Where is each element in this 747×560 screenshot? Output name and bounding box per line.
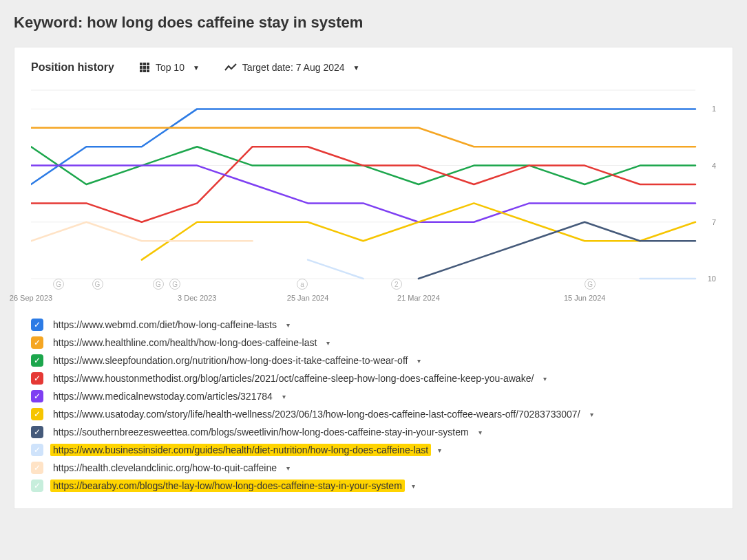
legend-item-clevelandclinic[interactable]: ✓https://health.clevelandclinic.org/how-… bbox=[31, 462, 716, 474]
legend-item-healthline[interactable]: ✓https://www.healthline.com/health/how-l… bbox=[31, 336, 716, 349]
legend-item-houstonmethodist[interactable]: ✓https://www.houstonmethodist.org/blog/a… bbox=[31, 372, 716, 385]
event-marker[interactable]: G bbox=[585, 279, 596, 290]
legend-checkbox[interactable]: ✓ bbox=[31, 390, 43, 402]
legend-url: https://www.houstonmethodist.org/blog/ar… bbox=[50, 372, 536, 385]
legend-checkbox[interactable]: ✓ bbox=[31, 336, 43, 349]
position-history-card: Position history Top 10 ▼ Target date: 7… bbox=[14, 47, 733, 509]
legend-item-webmd[interactable]: ✓https://www.webmd.com/diet/how-long-caf… bbox=[31, 319, 716, 331]
legend-item-bearaby[interactable]: ✓https://bearaby.com/blogs/the-lay-low/h… bbox=[31, 480, 716, 492]
event-markers: GGGGa2G bbox=[31, 279, 695, 292]
event-marker[interactable]: G bbox=[169, 279, 180, 290]
position-history-chart: 14710 GGGGa2G 26 Sep 20233 Dec 202325 Ja… bbox=[31, 86, 716, 306]
top-n-dropdown[interactable]: Top 10 ▼ bbox=[139, 62, 200, 73]
y-tick-label: 1 bbox=[712, 105, 716, 113]
svg-rect-3 bbox=[140, 66, 143, 69]
legend-checkbox[interactable]: ✓ bbox=[31, 426, 43, 438]
chevron-down-icon[interactable]: ▾ bbox=[412, 482, 415, 490]
chevron-down-icon: ▼ bbox=[193, 64, 200, 72]
chevron-down-icon[interactable]: ▾ bbox=[286, 321, 290, 329]
svg-rect-0 bbox=[140, 63, 143, 65]
chevron-down-icon[interactable]: ▾ bbox=[478, 429, 482, 436]
legend-checkbox[interactable]: ✓ bbox=[31, 372, 43, 385]
chevron-down-icon[interactable]: ▾ bbox=[438, 446, 441, 454]
legend-item-businessinsider[interactable]: ✓https://www.businessinsider.com/guides/… bbox=[31, 444, 716, 456]
svg-rect-8 bbox=[147, 69, 149, 72]
chevron-down-icon[interactable]: ▾ bbox=[590, 411, 593, 418]
legend-item-sleepfoundation[interactable]: ✓https://www.sleepfoundation.org/nutriti… bbox=[31, 354, 716, 367]
legend: ✓https://www.webmd.com/diet/how-long-caf… bbox=[31, 319, 716, 492]
section-label: Position history bbox=[31, 61, 114, 74]
svg-rect-1 bbox=[143, 63, 146, 65]
legend-item-usatoday[interactable]: ✓https://www.usatoday.com/story/life/hea… bbox=[31, 408, 716, 420]
legend-url: https://www.usatoday.com/story/life/heal… bbox=[50, 408, 583, 420]
legend-item-southernbreeze[interactable]: ✓https://southernbreezesweettea.com/blog… bbox=[31, 426, 716, 438]
x-tick-label: 3 Dec 2023 bbox=[178, 294, 216, 302]
event-marker[interactable]: G bbox=[53, 279, 64, 290]
trend-icon bbox=[224, 63, 237, 72]
legend-item-medicalnewstoday[interactable]: ✓https://www.medicalnewstoday.com/articl… bbox=[31, 390, 716, 402]
target-date-label: Target date: 7 Aug 2024 bbox=[242, 62, 345, 73]
chevron-down-icon[interactable]: ▾ bbox=[326, 339, 330, 347]
event-marker[interactable]: 2 bbox=[391, 279, 402, 290]
svg-rect-7 bbox=[143, 69, 146, 72]
chevron-down-icon[interactable]: ▾ bbox=[417, 357, 421, 365]
legend-url: https://southernbreezesweettea.com/blogs… bbox=[50, 426, 472, 438]
event-marker[interactable]: a bbox=[297, 279, 308, 290]
grid-icon bbox=[139, 62, 150, 73]
legend-checkbox[interactable]: ✓ bbox=[31, 354, 43, 367]
legend-checkbox[interactable]: ✓ bbox=[31, 444, 43, 456]
legend-checkbox[interactable]: ✓ bbox=[31, 462, 43, 474]
legend-url: https://www.healthline.com/health/how-lo… bbox=[50, 336, 319, 349]
chevron-down-icon: ▼ bbox=[353, 64, 360, 72]
x-tick-label: 21 Mar 2024 bbox=[397, 294, 440, 302]
x-axis-labels: 26 Sep 20233 Dec 202325 Jan 202421 Mar 2… bbox=[31, 294, 695, 306]
page-title: Keyword: how long does caffeine stay in … bbox=[14, 14, 733, 32]
legend-checkbox[interactable]: ✓ bbox=[31, 319, 43, 331]
legend-checkbox[interactable]: ✓ bbox=[31, 408, 43, 420]
svg-rect-6 bbox=[140, 69, 143, 72]
svg-rect-2 bbox=[147, 63, 149, 65]
legend-url: https://www.medicalnewstoday.com/article… bbox=[50, 390, 275, 402]
legend-url: https://health.clevelandclinic.org/how-t… bbox=[50, 462, 280, 474]
svg-rect-5 bbox=[147, 66, 149, 69]
chevron-down-icon[interactable]: ▾ bbox=[286, 464, 290, 472]
top-n-label: Top 10 bbox=[156, 62, 185, 73]
event-marker[interactable]: G bbox=[92, 279, 103, 290]
y-axis-labels: 14710 bbox=[698, 86, 716, 306]
chevron-down-icon[interactable]: ▾ bbox=[282, 393, 286, 400]
legend-url: https://www.webmd.com/diet/how-long-caff… bbox=[50, 319, 280, 331]
x-tick-label: 25 Jan 2024 bbox=[287, 294, 329, 302]
y-tick-label: 10 bbox=[708, 274, 716, 283]
toolbar: Position history Top 10 ▼ Target date: 7… bbox=[31, 61, 716, 74]
line-chart-svg bbox=[31, 86, 716, 306]
legend-url: https://www.sleepfoundation.org/nutritio… bbox=[50, 354, 410, 367]
legend-url: https://bearaby.com/blogs/the-lay-low/ho… bbox=[50, 480, 405, 492]
event-marker[interactable]: G bbox=[153, 279, 164, 290]
x-tick-label: 26 Sep 2023 bbox=[10, 294, 52, 302]
chevron-down-icon[interactable]: ▾ bbox=[543, 375, 547, 383]
x-tick-label: 15 Jun 2024 bbox=[564, 294, 606, 302]
legend-checkbox[interactable]: ✓ bbox=[31, 480, 43, 492]
y-tick-label: 4 bbox=[712, 162, 716, 170]
svg-rect-4 bbox=[143, 66, 146, 69]
y-tick-label: 7 bbox=[712, 218, 716, 226]
target-date-dropdown[interactable]: Target date: 7 Aug 2024 ▼ bbox=[224, 62, 360, 73]
legend-url: https://www.businessinsider.com/guides/h… bbox=[50, 444, 431, 456]
